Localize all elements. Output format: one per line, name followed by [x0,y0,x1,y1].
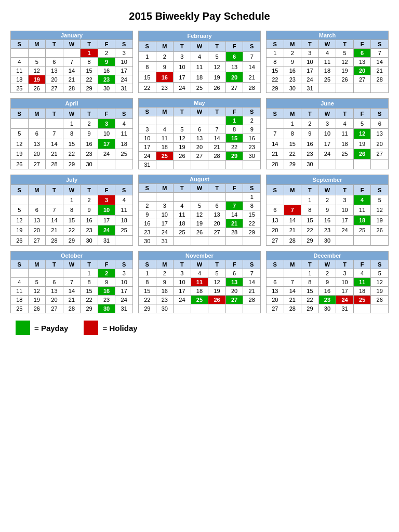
calendar-day: 3 [98,195,115,205]
calendar-day: 4 [191,269,208,278]
calendar-day: 12 [208,62,226,72]
calendar-day: 28 [46,159,63,169]
calendar-day [191,116,208,125]
calendar-day: 4 [11,278,29,287]
calendar-day: 20 [267,225,284,235]
calendar-day [225,161,243,169]
calendar-day [63,49,81,58]
calendar-day [208,193,226,202]
calendar-day: 31 [139,161,156,169]
calendar-day: 7 [284,205,301,215]
calendar-day: 14 [371,58,389,66]
calendar-day [208,116,226,125]
day-header: S [139,108,156,116]
calendar-day: 1 [301,195,319,205]
month-name-march: March [267,31,389,40]
day-header: W [318,40,336,49]
calendar-day: 15 [139,287,156,296]
calendar-day: 8 [81,278,98,287]
calendar-day: 3 [115,269,133,278]
calendar-day: 6 [28,129,46,139]
calendar-day [336,235,354,245]
calendar-day: 15 [284,139,301,149]
calendar-day: 3 [115,49,133,58]
month-name-october: October [11,251,133,260]
month-name-august: August [139,175,261,184]
calendar-day: 17 [98,215,115,225]
day-header: S [267,260,284,269]
calendar-day: 12 [336,58,354,66]
calendar-day: 23 [81,225,98,235]
calendar-day: 29 [81,304,98,313]
calendar-day [191,237,208,246]
calendar-day: 8 [63,129,81,139]
calendar-day: 22 [243,219,261,228]
calendar-day: 30 [301,159,319,169]
calendar-day [191,304,208,313]
holiday-legend: = Holiday [84,321,137,335]
day-header: T [301,40,319,49]
calendar-day: 25 [11,84,29,93]
calendar-day: 16 [318,287,336,296]
calendar-day: 29 [139,304,156,313]
calendar-day: 6 [208,202,226,210]
calendar-day: 29 [81,84,98,93]
calendar-day [28,269,46,278]
calendar-day [353,304,371,313]
calendar-day: 20 [46,75,63,84]
calendar-day: 19 [371,215,389,225]
day-header: S [267,40,284,49]
month-name-november: November [139,251,261,260]
calendar-day: 24 [301,75,319,84]
calendar-day: 3 [156,202,174,210]
calendar-day: 15 [267,66,284,75]
calendar-day [191,193,208,202]
calendar-day: 2 [156,269,174,278]
month-name-february: February [139,31,261,42]
calendar-day: 18 [11,296,29,304]
calendar-day: 26 [371,296,389,304]
calendar-day: 2 [243,116,261,125]
calendar-day [371,159,389,169]
day-header: W [63,40,81,49]
calendar-day: 22 [284,149,301,159]
calendar-day: 27 [267,304,284,313]
calendar-day: 9 [139,210,156,219]
day-header: S [139,184,156,193]
calendar-row-2: JulySMTWTFS12345678910111213141516171819… [10,175,389,246]
calendar-day: 23 [81,149,98,159]
calendar-day: 25 [115,225,133,235]
day-header: W [191,41,208,51]
month-name-july: July [11,175,133,185]
day-header: S [11,40,29,49]
calendar-day: 18 [191,72,208,83]
calendar-day: 27 [28,159,46,169]
day-header: T [301,260,319,269]
calendar-day: 13 [191,134,208,143]
calendar-day: 21 [371,66,389,75]
calendar-day: 28 [243,296,261,304]
calendar-day: 9 [318,278,336,287]
calendar-day: 30 [139,237,156,246]
day-header: S [267,109,284,118]
calendar-day: 12 [28,66,46,75]
calendar-day [98,159,115,169]
legend: = Payday = Holiday [10,321,389,335]
day-header: T [301,185,319,195]
calendar-day: 24 [336,296,354,304]
calendar-day: 21 [284,225,301,235]
calendar-day: 21 [284,296,301,304]
calendar-day: 4 [191,51,208,62]
calendar-day: 5 [28,278,46,287]
day-header: S [371,40,389,49]
calendar-day: 7 [208,125,226,134]
day-header: S [267,185,284,195]
calendar-day: 20 [371,139,389,149]
month-name-september: September [267,175,389,185]
calendar-day: 9 [98,278,115,287]
calendar-day: 7 [225,202,243,210]
calendar-day: 29 [225,152,243,161]
calendar-day: 4 [353,195,371,205]
day-header: T [174,184,191,193]
day-header: M [284,260,301,269]
